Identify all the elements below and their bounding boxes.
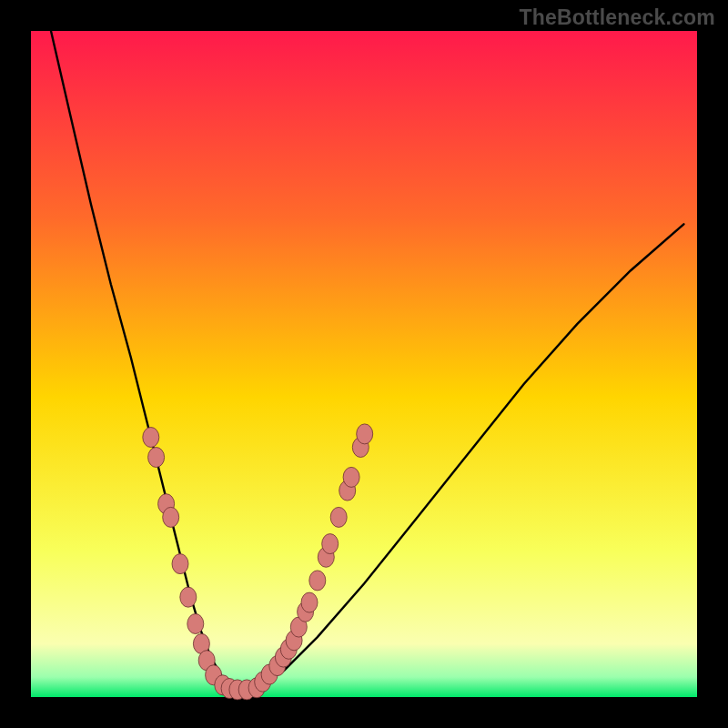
highlight-dot — [343, 467, 359, 487]
chart-frame: { "watermark": "TheBottleneck.com", "col… — [0, 0, 728, 728]
highlight-dot — [357, 424, 373, 444]
highlight-dot — [143, 428, 159, 448]
chart-svg — [0, 0, 728, 728]
highlight-dot — [309, 571, 326, 591]
highlight-dot — [163, 507, 179, 527]
highlight-dot — [187, 614, 204, 634]
highlight-dot — [322, 534, 339, 554]
plot-background — [31, 31, 697, 697]
highlight-dot — [172, 554, 188, 574]
highlight-dot — [330, 507, 347, 527]
highlight-dot — [301, 592, 318, 612]
highlight-dot — [180, 587, 197, 607]
highlight-dot — [148, 448, 165, 468]
